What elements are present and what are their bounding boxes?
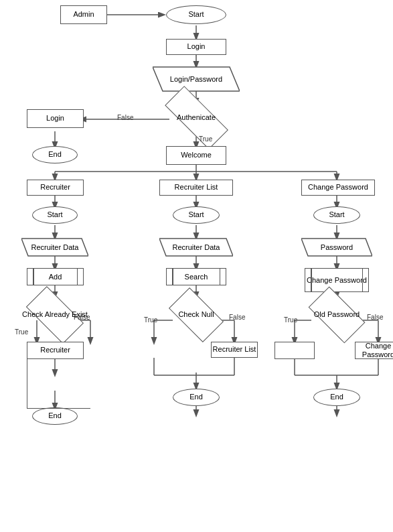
col2-search-preprocess: Search (166, 268, 226, 285)
col2-start-oval: Start (173, 206, 220, 224)
login-box: Login (166, 39, 226, 55)
start-oval: Start (166, 5, 226, 24)
admin-box: Admin (60, 5, 107, 24)
end-false-oval: End (32, 146, 78, 163)
col2-false-label: False (229, 314, 245, 321)
col3-start-oval: Start (313, 206, 360, 224)
col2-recruiter-data: Recruiter Data (159, 237, 233, 257)
col3-true-branch-box (274, 342, 315, 359)
welcome-box: Welcome (166, 146, 226, 165)
col2-true-label: True (144, 316, 157, 324)
col1-start-oval: Start (32, 206, 78, 224)
col2-check-null-diamond: Check Null (163, 295, 230, 335)
false-label-authenticate: False (117, 114, 133, 121)
col3-old-password-diamond: Old Password (301, 295, 372, 335)
col1-recruiter2-box: Recruiter (27, 342, 84, 359)
col3-false-label: False (367, 314, 383, 321)
col2-true-branch (134, 342, 174, 359)
col1-end-oval: End (32, 407, 78, 425)
login-false-box: Login (27, 109, 84, 128)
col3-change-password3-box: Change Password (355, 342, 393, 359)
login-password-diamond: Login/Password (153, 66, 240, 92)
col2-recruiter-list2-box: Recruiter List (211, 342, 258, 358)
true-label-authenticate: True (199, 135, 212, 143)
col1-add-preprocess: Add (27, 268, 84, 285)
col1-true-label: True (15, 328, 28, 336)
col1-recruiter-data: Recruiter Data (21, 237, 88, 257)
col2-end-oval: End (173, 389, 220, 406)
authenticate-diamond: Authenicate (153, 99, 240, 137)
col2-recruiter-list-box: Recruiter List (159, 180, 233, 196)
flowchart-diagram: Admin Start Login Login/Password Autheni… (0, 0, 393, 532)
col1-recruiter-box: Recruiter (27, 180, 84, 196)
col3-change-password-preprocess: Change Password (305, 268, 369, 292)
col1-check-exist-diamond: Check Already Exist (19, 295, 91, 335)
col3-end-oval: End (313, 389, 360, 406)
col3-change-password-box: Change Password (301, 180, 375, 196)
col3-password: Password (301, 237, 372, 257)
col3-true-label: True (284, 316, 297, 324)
